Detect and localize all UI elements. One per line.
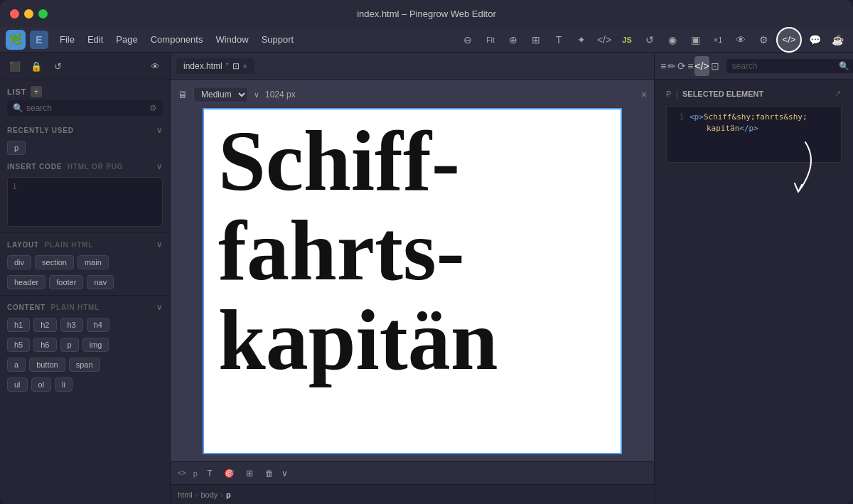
delete-icon[interactable]: 🗑 [262, 466, 277, 481]
bottom-tag-label: <> [178, 469, 186, 477]
menu-page[interactable]: Page [110, 31, 143, 48]
tab-modified: * [226, 62, 229, 70]
filter-icon[interactable]: ⚙ [149, 103, 157, 113]
breadcrumb-body[interactable]: body [200, 490, 218, 499]
js-icon[interactable]: JS [617, 30, 637, 50]
tag-footer[interactable]: footer [49, 275, 83, 289]
bottom-tag-name[interactable]: p [193, 469, 198, 478]
recently-used-tags: p [0, 138, 170, 158]
tag-img[interactable]: img [82, 338, 109, 352]
sidebar-visibility-icon[interactable]: 👁 [146, 57, 164, 75]
recently-used-section: RECENTLY USED ∨ [0, 122, 170, 138]
canvas-frame[interactable]: Schiff­fahrts­kapitän [203, 108, 622, 454]
close-button[interactable] [10, 9, 19, 18]
tag-h3[interactable]: h3 [60, 318, 83, 332]
sidebar-undo-icon[interactable]: ↺ [48, 57, 67, 75]
arrow-svg [763, 135, 820, 206]
eye-icon[interactable]: 👁 [731, 30, 751, 50]
sidebar-back-icon[interactable]: ⬛ [6, 57, 24, 75]
app-logo[interactable]: 🌿 [6, 30, 26, 50]
target-icon[interactable]: 🎯 [222, 466, 237, 481]
tag-li[interactable]: li [55, 377, 73, 392]
right-tool-menu[interactable]: ≡ [687, 56, 693, 76]
refresh-icon[interactable]: ↺ [640, 30, 660, 50]
more-options[interactable]: ∨ [281, 468, 288, 478]
list-add-button[interactable]: + [31, 86, 42, 97]
editor-mode-button[interactable]: E [30, 31, 48, 49]
right-tool-export2[interactable]: ⊡ [711, 56, 719, 76]
pin-icon[interactable]: ↗ [834, 88, 842, 99]
search-input[interactable] [26, 103, 149, 113]
insert-code-chevron[interactable]: ∨ [156, 162, 163, 171]
chat-icon[interactable]: 💬 [805, 30, 825, 50]
menu-edit[interactable]: Edit [82, 31, 109, 48]
menu-components[interactable]: Components [145, 31, 209, 48]
grid-icon[interactable]: ⊞ [526, 30, 546, 50]
menu-window[interactable]: Window [210, 31, 254, 48]
right-tool-pen[interactable]: ✏ [667, 56, 676, 76]
right-toolbar: ≡ ✏ ⟳ ≡ </> ⊡ 🔍 ⋮ ⓘ [655, 53, 853, 80]
main-layout: ⬛ 🔒 ↺ 👁 LIST + 🔍 ⚙ RECENTLY USED ∨ p [0, 53, 853, 504]
text-icon-bottom[interactable]: T [202, 466, 218, 481]
tag-section[interactable]: section [35, 255, 74, 269]
recently-used-chevron[interactable]: ∨ [156, 126, 163, 135]
text-icon[interactable]: T [549, 30, 569, 50]
layout-chevron[interactable]: ∨ [156, 240, 163, 250]
menu-file[interactable]: File [54, 31, 80, 48]
tag-header[interactable]: header [7, 275, 45, 289]
tag-button[interactable]: button [29, 358, 65, 372]
right-tool-rotate[interactable]: ⟳ [677, 56, 686, 76]
coffee-icon[interactable]: ☕ [827, 30, 847, 50]
tag-nav[interactable]: nav [87, 275, 114, 289]
tag-h6[interactable]: h6 [33, 338, 56, 352]
canvas-tab[interactable]: index.html * ⊡ × [176, 58, 254, 74]
plus-icon[interactable]: ⊕ [503, 30, 523, 50]
fit-button[interactable]: Fit [481, 30, 500, 50]
code-editor-box[interactable]: 1 [7, 177, 163, 227]
content-chevron[interactable]: ∨ [156, 303, 163, 312]
code-inner: Schiff&shy;fahrts&shy; [704, 112, 808, 122]
tag-h4[interactable]: h4 [87, 318, 109, 332]
tag-h1[interactable]: h1 [7, 318, 30, 332]
right-tool-code[interactable]: </> [694, 56, 709, 76]
minus-icon[interactable]: ⊖ [458, 30, 478, 50]
cursor-icon[interactable]: ✦ [572, 30, 591, 50]
breadcrumb-current[interactable]: p [226, 490, 231, 499]
right-tool-sliders[interactable]: ≡ [660, 56, 666, 76]
tag-div[interactable]: div [7, 255, 31, 269]
export-icon[interactable]: ▣ [685, 30, 705, 50]
tag-p[interactable]: p [7, 141, 26, 155]
selected-element-label: P | SELECTED ELEMENT ↗ [660, 85, 847, 102]
preview-icon[interactable]: ◉ [662, 30, 682, 50]
tag-main[interactable]: main [77, 255, 109, 269]
tab-close-button[interactable]: × [243, 62, 247, 70]
maximize-button[interactable] [38, 9, 48, 18]
right-search-input[interactable] [732, 61, 839, 71]
canvas-content: Schiff­fahrts­kapitän [204, 109, 621, 392]
canvas-size-select[interactable]: Medium [193, 87, 248, 102]
code-continuation: kapitän</p> [690, 124, 758, 133]
menu-support[interactable]: Support [256, 31, 300, 48]
breadcrumb-html[interactable]: html [178, 490, 193, 499]
code-icon[interactable]: </> [594, 30, 614, 50]
code-line-2: kapitän</p> [672, 124, 835, 133]
multiplier-icon[interactable]: ×1 [708, 30, 728, 50]
tag-p-content[interactable]: p [60, 338, 79, 352]
tag-ol[interactable]: ol [31, 377, 52, 392]
tag-h2[interactable]: h2 [33, 318, 56, 332]
tag-a[interactable]: a [7, 358, 26, 372]
window-title: index.html – Pinegrow Web Editor [357, 9, 496, 19]
html-code-icon[interactable]: </> [776, 27, 802, 53]
content-sub: Plain HTML [51, 304, 100, 311]
settings-icon[interactable]: ⚙ [753, 30, 773, 50]
code-line-number: 1 [12, 182, 17, 191]
canvas-close-button[interactable]: × [641, 89, 647, 100]
tag-h5[interactable]: h5 [7, 338, 30, 352]
monitor-icon: 🖥 [178, 89, 188, 100]
grid-icon-bottom[interactable]: ⊞ [242, 466, 257, 481]
right-content: P | SELECTED ELEMENT ↗ 1 <p>Schiff&shy;f… [655, 80, 853, 504]
minimize-button[interactable] [24, 9, 33, 18]
sidebar-lock-icon[interactable]: 🔒 [27, 57, 45, 75]
tag-span[interactable]: span [69, 358, 100, 372]
tag-ul[interactable]: ul [7, 377, 28, 392]
